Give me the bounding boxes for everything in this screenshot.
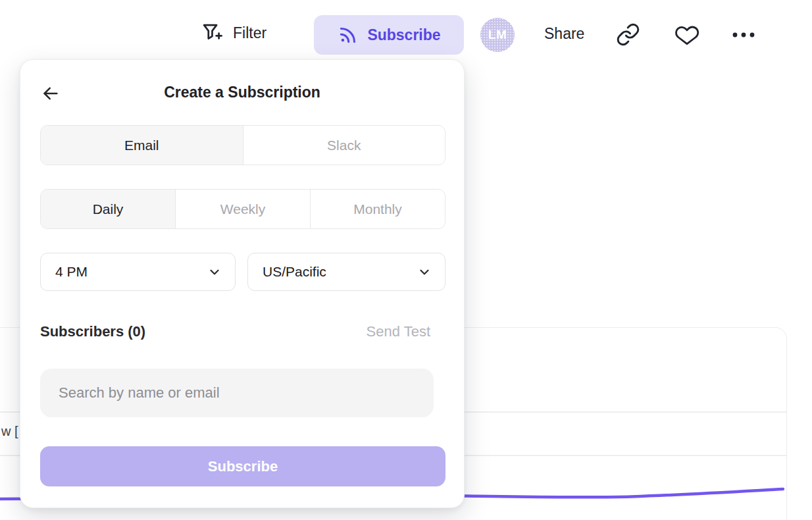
tab-monthly[interactable]: Monthly xyxy=(310,190,445,228)
subscriber-search-input[interactable] xyxy=(40,369,434,417)
channel-tabs: Email Slack xyxy=(40,125,445,165)
subscribe-toolbar-button[interactable]: Subscribe xyxy=(314,15,464,55)
send-test-button[interactable]: Send Test xyxy=(367,323,430,340)
time-select-value: 4 PM xyxy=(55,264,88,280)
tab-slack[interactable]: Slack xyxy=(243,126,445,165)
copy-link-button[interactable] xyxy=(616,22,640,47)
link-icon xyxy=(616,22,640,47)
favorite-button[interactable] xyxy=(674,22,700,48)
heart-icon xyxy=(674,22,700,48)
subscribe-label: Subscribe xyxy=(367,26,440,44)
ellipsis-icon xyxy=(730,26,757,43)
more-options-button[interactable] xyxy=(730,26,757,43)
frequency-tabs: Daily Weekly Monthly xyxy=(40,189,445,229)
filter-label: Filter xyxy=(233,24,266,42)
chevron-down-icon xyxy=(207,265,222,279)
filter-button[interactable]: Filter xyxy=(199,20,266,46)
time-select[interactable]: 4 PM xyxy=(40,253,236,291)
chevron-down-icon xyxy=(417,265,432,279)
tab-email[interactable]: Email xyxy=(41,126,243,165)
modal-header: Create a Subscription xyxy=(20,82,464,105)
subscribers-count-label: Subscribers (0) xyxy=(40,323,145,340)
avatar[interactable]: LM xyxy=(480,18,515,52)
timezone-select[interactable]: US/Pacific xyxy=(247,253,445,291)
rss-icon xyxy=(337,24,359,46)
timezone-select-value: US/Pacific xyxy=(263,264,326,280)
subscribers-row: Subscribers (0) Send Test xyxy=(40,323,445,343)
modal-title: Create a Subscription xyxy=(20,84,464,101)
avatar-initials: LM xyxy=(488,28,507,42)
share-label: Share xyxy=(544,25,584,43)
tab-weekly[interactable]: Weekly xyxy=(175,190,310,228)
filter-plus-icon xyxy=(199,20,224,46)
create-subscription-modal: Create a Subscription Email Slack Daily … xyxy=(20,59,465,508)
share-button[interactable]: Share xyxy=(544,25,584,43)
subscribe-submit-button[interactable]: Subscribe xyxy=(40,446,445,486)
tab-daily[interactable]: Daily xyxy=(41,190,175,228)
